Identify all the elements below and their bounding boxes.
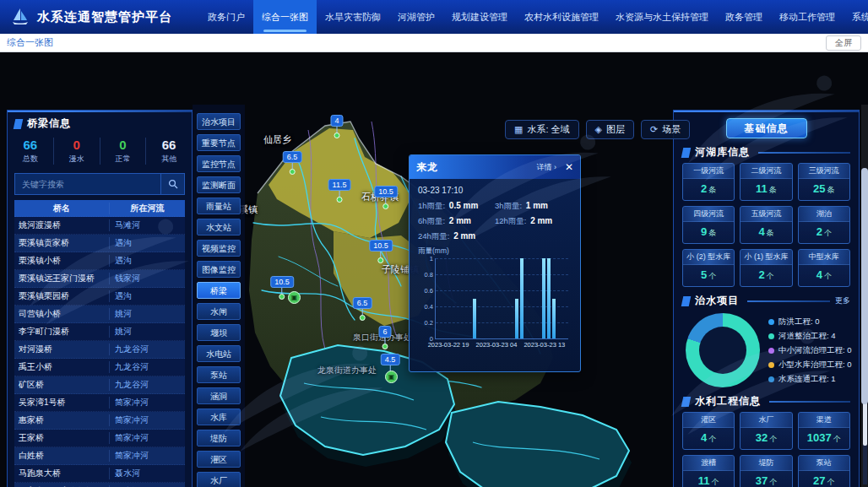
marker-value: 10.5 bbox=[369, 240, 393, 252]
col-header: 桥名 bbox=[14, 203, 110, 214]
table-row[interactable]: 栗溪镇小桥遇沟 bbox=[14, 252, 185, 270]
marker-pin-icon bbox=[289, 169, 295, 175]
nav-tab[interactable]: 综合一张图 bbox=[253, 0, 317, 34]
base-info-panel: 基础信息 河湖库信息 一级河流2条二级河流11条三级河流25条四级河流9条五级河… bbox=[673, 110, 860, 487]
water-level-marker[interactable]: 6.5 bbox=[353, 294, 372, 321]
search-input[interactable] bbox=[14, 173, 161, 195]
layer-item-水厂[interactable]: 水厂 bbox=[197, 472, 241, 487]
table-row[interactable]: 禹王小桥九龙谷河 bbox=[14, 359, 185, 376]
marker-pin-icon bbox=[378, 257, 384, 263]
water-level-marker[interactable]: 10.5 bbox=[369, 236, 393, 263]
table-row[interactable]: 白姓桥简家冲河 bbox=[14, 447, 185, 465]
layer-item-重要节点[interactable]: 重要节点 bbox=[197, 134, 241, 151]
stat-cell-value: 5个 bbox=[683, 265, 734, 286]
nav-tab[interactable]: 系统管理 bbox=[844, 0, 868, 34]
nav-tab[interactable]: 政务门户 bbox=[199, 0, 253, 34]
nav-tab[interactable]: 政务管理 bbox=[717, 0, 771, 34]
nav-tab[interactable]: 规划建设管理 bbox=[443, 0, 516, 34]
stat-cell[interactable]: 五级河流4条 bbox=[740, 206, 792, 244]
table-row[interactable]: 王家桥简家冲河 bbox=[14, 430, 185, 447]
map-control[interactable]: ▦水系: 全域 bbox=[505, 120, 579, 139]
table-row[interactable]: 栗溪镇栗园桥遇沟 bbox=[14, 288, 185, 306]
section-divider bbox=[769, 401, 850, 403]
bridge-stat: 66总数 bbox=[8, 138, 54, 165]
layer-item-视频监控[interactable]: 视频监控 bbox=[197, 240, 241, 257]
stat-cell[interactable]: 中型水库4个 bbox=[798, 249, 850, 287]
stat-cell[interactable]: 灌区4个 bbox=[682, 412, 735, 450]
search-icon[interactable] bbox=[161, 173, 185, 195]
bridge-name-cell: 栗溪镇栗园桥 bbox=[14, 290, 110, 302]
water-level-marker[interactable]: 6 bbox=[378, 322, 391, 349]
page-scrollbar[interactable] bbox=[861, 105, 868, 487]
layer-item-水电站[interactable]: 水电站 bbox=[197, 345, 241, 362]
nav-tab[interactable]: 移动工作管理 bbox=[771, 0, 844, 34]
stat-cell[interactable]: 三级河流25条 bbox=[798, 163, 850, 201]
stat-cell-unit: 条 bbox=[827, 186, 835, 194]
layer-item-监测断面[interactable]: 监测断面 bbox=[197, 176, 241, 193]
table-row[interactable]: 吴家湾1号桥简家冲河 bbox=[14, 394, 185, 412]
layer-item-灌区[interactable]: 灌区 bbox=[197, 451, 241, 468]
popup-detail-link[interactable]: 详情 › bbox=[536, 162, 556, 173]
layer-item-堤防[interactable]: 堤防 bbox=[197, 430, 241, 446]
water-level-marker[interactable]: 6.5 bbox=[283, 148, 302, 175]
stat-label: 漫水 bbox=[54, 154, 100, 165]
layer-item-治水项目[interactable]: 治水项目 bbox=[197, 113, 241, 130]
table-row[interactable]: 国家电网观音台门漫桥聂水河 bbox=[14, 483, 185, 487]
water-level-marker[interactable]: 4 bbox=[330, 111, 343, 138]
stat-cell[interactable]: 二级河流11条 bbox=[740, 163, 792, 201]
layer-item-涵洞[interactable]: 涵洞 bbox=[197, 387, 241, 404]
nav-tab[interactable]: 水资源与水土保持管理 bbox=[607, 0, 717, 34]
section-divider bbox=[758, 152, 850, 154]
marker-stem-icon bbox=[384, 338, 385, 344]
table-row[interactable]: 矿区桥九龙谷河 bbox=[14, 376, 185, 394]
layer-item-泵站[interactable]: 泵站 bbox=[197, 366, 241, 383]
breadcrumb[interactable]: 综合一张图 bbox=[7, 36, 53, 49]
map-control[interactable]: ⟳场景 bbox=[641, 120, 690, 139]
nav-tab[interactable]: 农村水利设施管理 bbox=[516, 0, 607, 34]
tab-base-info[interactable]: 基础信息 bbox=[726, 118, 807, 138]
camera-icon[interactable]: ▣ bbox=[288, 291, 301, 304]
water-level-marker[interactable]: 11.5 bbox=[328, 176, 351, 203]
stat-cell[interactable]: 小 (1) 型水库2个 bbox=[740, 249, 792, 287]
close-icon[interactable]: ✕ bbox=[565, 161, 573, 173]
stat-cell[interactable]: 水厂32个 bbox=[740, 412, 792, 450]
stat-cell[interactable]: 渠道1037个 bbox=[798, 412, 850, 450]
stat-cell[interactable]: 堤防37个 bbox=[740, 455, 792, 487]
scrollbar-thumb[interactable] bbox=[861, 168, 868, 404]
layer-item-水文站[interactable]: 水文站 bbox=[197, 219, 241, 235]
layer-item-图像监控[interactable]: 图像监控 bbox=[197, 261, 241, 278]
table-row[interactable]: 栗溪镇贡家桥遇沟 bbox=[14, 235, 185, 252]
layer-item-水闸[interactable]: 水闸 bbox=[197, 303, 241, 320]
stat-cell[interactable]: 一级河流2条 bbox=[682, 163, 735, 201]
map-control[interactable]: ◈图层 bbox=[586, 120, 634, 139]
camera-icon[interactable]: ▣ bbox=[385, 371, 398, 383]
section-accent-icon bbox=[681, 296, 692, 306]
bridge-name-cell: 司营镇小桥 bbox=[14, 308, 110, 320]
stat-cell-unit: 个 bbox=[824, 272, 832, 280]
table-row[interactable]: 李字町门漫桥姚河 bbox=[14, 323, 185, 341]
layer-item-桥梁[interactable]: 桥梁 bbox=[197, 282, 241, 299]
table-row[interactable]: 对河漫桥九龙谷河 bbox=[14, 341, 185, 359]
stat-cell[interactable]: 泵站27个 bbox=[798, 455, 850, 487]
table-row[interactable]: 栗溪镇远王家门漫桥钱家河 bbox=[14, 270, 185, 288]
layer-item-监控节点[interactable]: 监控节点 bbox=[197, 155, 241, 172]
stat-cell[interactable]: 小 (2) 型水库5个 bbox=[682, 249, 735, 287]
table-row[interactable]: 惠家桥简家冲河 bbox=[14, 412, 185, 430]
layer-item-水库[interactable]: 水库 bbox=[197, 409, 241, 425]
nav-tab[interactable]: 水旱灾害防御 bbox=[317, 0, 389, 34]
water-level-marker[interactable]: 10.5 bbox=[374, 182, 398, 209]
projects-donut-chart bbox=[686, 313, 760, 387]
stat-cell[interactable]: 四级河流9条 bbox=[682, 206, 735, 244]
legend-dot-icon bbox=[768, 333, 774, 339]
table-row[interactable]: 马跑泉大桥聂水河 bbox=[14, 465, 185, 483]
table-row[interactable]: 司营镇小桥姚河 bbox=[14, 306, 185, 323]
legend-item: 小型水库治理工程: 0 bbox=[768, 360, 852, 371]
more-link[interactable]: 更多 bbox=[835, 295, 850, 306]
stat-cell[interactable]: 湖泊2个 bbox=[798, 206, 850, 244]
fullscreen-button[interactable]: 全屏 bbox=[826, 35, 861, 51]
layer-item-雨量站[interactable]: 雨量站 bbox=[197, 198, 241, 214]
stat-cell[interactable]: 渡槽11个 bbox=[682, 455, 735, 487]
layer-item-堰坝[interactable]: 堰坝 bbox=[197, 324, 241, 341]
nav-tab[interactable]: 河湖管护 bbox=[389, 0, 443, 34]
table-row[interactable]: 姚河渡漫桥马滩河 bbox=[14, 217, 185, 235]
